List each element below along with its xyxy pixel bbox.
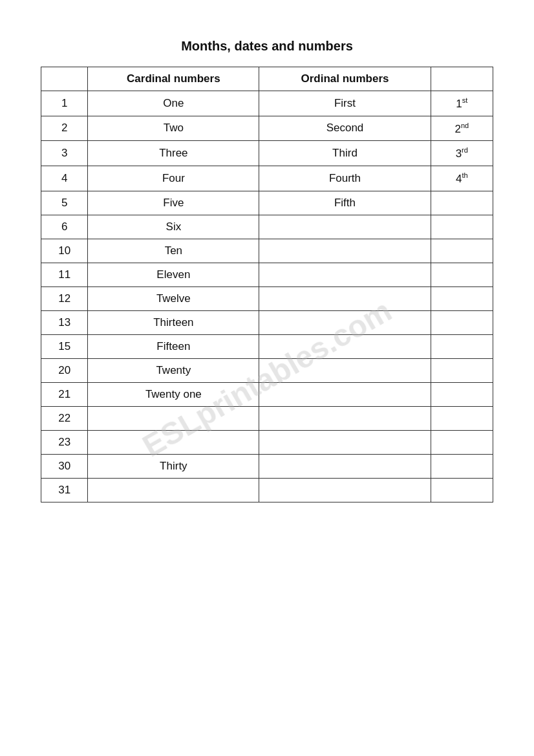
cell-abbr [431, 382, 493, 406]
cell-number: 5 [41, 191, 88, 215]
cell-cardinal: Eleven [88, 263, 259, 286]
cell-ordinal [259, 286, 431, 310]
table-row: 20Twenty [41, 358, 493, 382]
table-row: 13Thirteen [41, 310, 493, 334]
cell-abbr: 1st [431, 91, 493, 116]
cell-number: 6 [41, 215, 88, 239]
superscript: nd [461, 122, 469, 129]
cell-cardinal: Five [88, 191, 259, 215]
cell-ordinal: Fifth [259, 191, 431, 215]
cell-abbr: 3rd [431, 141, 493, 166]
cell-ordinal [259, 263, 431, 286]
cell-cardinal [88, 430, 259, 454]
col-header-abbr [431, 67, 493, 91]
table-row: 21Twenty one [41, 382, 493, 406]
cell-ordinal [259, 454, 431, 478]
cell-abbr: 4th [431, 166, 493, 191]
cell-cardinal: Three [88, 141, 259, 166]
cell-number: 4 [41, 166, 88, 191]
cell-ordinal: Third [259, 141, 431, 166]
cell-cardinal: Ten [88, 239, 259, 263]
cell-cardinal: Four [88, 166, 259, 191]
cell-abbr [431, 310, 493, 334]
cell-abbr: 2nd [431, 116, 493, 141]
cell-number: 23 [41, 430, 88, 454]
cell-number: 3 [41, 141, 88, 166]
page-container: Months, dates and numbers Cardinal numbe… [41, 39, 493, 502]
cell-ordinal [259, 358, 431, 382]
table-row: 6Six [41, 215, 493, 239]
cell-ordinal: First [259, 91, 431, 116]
table-row: 10Ten [41, 239, 493, 263]
cell-cardinal: Twenty [88, 358, 259, 382]
table-header-row: Cardinal numbers Ordinal numbers [41, 67, 493, 91]
cell-ordinal [259, 430, 431, 454]
cell-ordinal: Fourth [259, 166, 431, 191]
table-row: 12Twelve [41, 286, 493, 310]
superscript: th [462, 171, 467, 179]
cell-cardinal: Two [88, 116, 259, 141]
cell-cardinal [88, 478, 259, 502]
cell-cardinal: Thirteen [88, 310, 259, 334]
col-header-ordinal: Ordinal numbers [259, 67, 431, 91]
cell-ordinal [259, 406, 431, 430]
cell-abbr [431, 478, 493, 502]
cell-ordinal [259, 334, 431, 358]
table-row: 11Eleven [41, 263, 493, 286]
cell-ordinal: Second [259, 116, 431, 141]
cell-cardinal: Twenty one [88, 382, 259, 406]
cell-number: 1 [41, 91, 88, 116]
cell-abbr [431, 454, 493, 478]
cell-number: 21 [41, 382, 88, 406]
cell-abbr [431, 406, 493, 430]
cell-cardinal: Twelve [88, 286, 259, 310]
cell-abbr [431, 215, 493, 239]
cell-cardinal: Fifteen [88, 334, 259, 358]
cell-abbr [431, 430, 493, 454]
superscript: st [462, 96, 468, 104]
table-row: 15Fifteen [41, 334, 493, 358]
cell-ordinal [259, 382, 431, 406]
table-row: 30Thirty [41, 454, 493, 478]
table-body: 1OneFirst1st2TwoSecond2nd3ThreeThird3rd4… [41, 91, 493, 502]
cell-abbr [431, 286, 493, 310]
cell-number: 10 [41, 239, 88, 263]
cell-number: 2 [41, 116, 88, 141]
cell-ordinal [259, 478, 431, 502]
col-header-num [41, 67, 88, 91]
cell-ordinal [259, 310, 431, 334]
cell-cardinal: One [88, 91, 259, 116]
table-row: 5FiveFifth [41, 191, 493, 215]
cell-abbr [431, 334, 493, 358]
cell-number: 30 [41, 454, 88, 478]
cell-abbr [431, 263, 493, 286]
table-row: 23 [41, 430, 493, 454]
table-row: 1OneFirst1st [41, 91, 493, 116]
cell-cardinal: Thirty [88, 454, 259, 478]
cell-number: 13 [41, 310, 88, 334]
cell-abbr [431, 191, 493, 215]
cell-number: 11 [41, 263, 88, 286]
cell-ordinal [259, 215, 431, 239]
numbers-table: Cardinal numbers Ordinal numbers 1OneFir… [41, 67, 493, 502]
page-title: Months, dates and numbers [41, 39, 493, 54]
cell-abbr [431, 239, 493, 263]
cell-abbr [431, 358, 493, 382]
cell-cardinal [88, 406, 259, 430]
table-row: 3ThreeThird3rd [41, 141, 493, 166]
cell-number: 12 [41, 286, 88, 310]
table-row: 4FourFourth4th [41, 166, 493, 191]
table-row: 31 [41, 478, 493, 502]
superscript: rd [462, 146, 468, 154]
cell-number: 22 [41, 406, 88, 430]
col-header-cardinal: Cardinal numbers [88, 67, 259, 91]
table-row: 2TwoSecond2nd [41, 116, 493, 141]
cell-number: 31 [41, 478, 88, 502]
cell-number: 20 [41, 358, 88, 382]
cell-cardinal: Six [88, 215, 259, 239]
cell-number: 15 [41, 334, 88, 358]
table-row: 22 [41, 406, 493, 430]
cell-ordinal [259, 239, 431, 263]
